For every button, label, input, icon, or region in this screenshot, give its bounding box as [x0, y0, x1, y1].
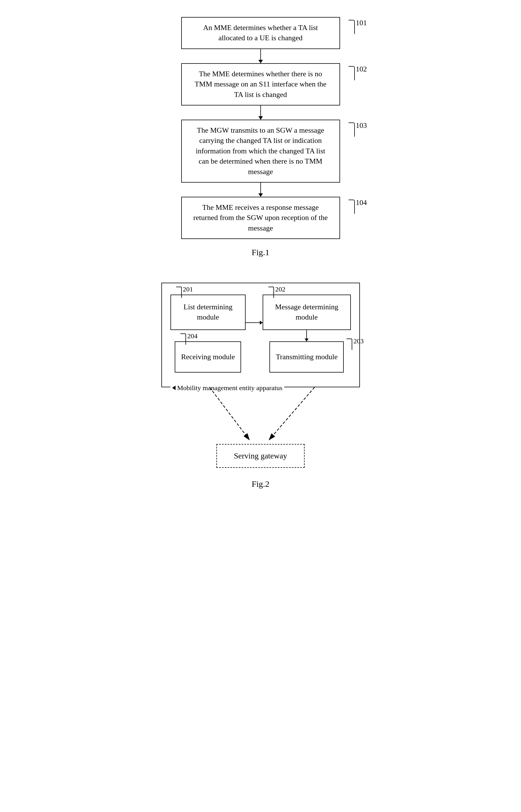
- step-103-label: 103: [348, 122, 367, 137]
- label-204: 204: [180, 333, 197, 345]
- label-203: 203: [346, 339, 364, 350]
- step-101-label: 101: [348, 20, 367, 34]
- transmitting-label: Transmitting module: [276, 352, 338, 362]
- sgw-label: Serving gateway: [234, 451, 287, 460]
- num-204: 204: [187, 332, 197, 340]
- step-102-label: 102: [348, 66, 367, 80]
- module-204-wrapper: 204 Receiving module: [175, 341, 241, 373]
- step-103-box: The MGW transmits to an SGW a message ca…: [181, 120, 340, 183]
- step-102-text: The MME determines whether there is no T…: [195, 70, 326, 99]
- step-102-box: The MME determines whether there is no T…: [181, 63, 340, 106]
- receiving-module: Receiving module: [175, 341, 241, 373]
- module-201-wrapper: 201 List determining module: [171, 295, 246, 330]
- sgw-box: Serving gateway: [217, 444, 304, 468]
- left-dashed-arrow: [210, 387, 249, 440]
- right-dashed-arrow: [269, 387, 315, 440]
- step-101-num: 101: [356, 19, 367, 27]
- step-102-num: 102: [356, 65, 367, 73]
- fig2-container: 201 List determining module 204: [133, 283, 388, 503]
- receiving-label: Receiving module: [181, 352, 235, 362]
- step-103: The MGW transmits to an SGW a message ca…: [181, 120, 340, 183]
- mme-apparatus: 201 List determining module 204: [161, 283, 360, 387]
- transmitting-module: Transmitting module: [269, 341, 344, 373]
- label-202: 202: [268, 287, 285, 298]
- sgw-box-wrapper: Serving gateway: [217, 444, 304, 468]
- arrow-102-103: [260, 106, 261, 120]
- fig1-container: An MME determines whether a TA list allo…: [133, 17, 388, 271]
- step-104-num: 104: [356, 199, 367, 207]
- num-201: 201: [183, 285, 193, 293]
- step-102: The MME determines whether there is no T…: [181, 63, 340, 106]
- step-101: An MME determines whether a TA list allo…: [181, 17, 340, 49]
- step-104: The MME receives a response message retu…: [181, 197, 340, 239]
- module-203-wrapper: 203 Transmitting module: [269, 341, 344, 373]
- list-determining-label: List determining module: [177, 302, 240, 323]
- arrow-103-104: [260, 183, 261, 197]
- module-202-wrapper: 202 Message determining module: [263, 295, 350, 330]
- num-203: 203: [354, 338, 364, 345]
- num-202: 202: [275, 285, 285, 293]
- step-104-box: The MME receives a response message retu…: [181, 197, 340, 239]
- label-201: 201: [176, 287, 193, 298]
- message-determining-label: Message determining module: [269, 302, 344, 323]
- message-determining-module: Message determining module: [263, 295, 350, 330]
- connector-svg: [161, 387, 360, 444]
- list-determining-module: List determining module: [171, 295, 246, 330]
- diagram-container: An MME determines whether a TA list allo…: [133, 17, 388, 514]
- step-104-text: The MME receives a response message retu…: [194, 203, 328, 232]
- step-104-label: 104: [348, 200, 367, 214]
- step-101-text: An MME determines whether a TA list allo…: [203, 24, 318, 42]
- step-103-text: The MGW transmits to an SGW a message ca…: [196, 126, 325, 176]
- fig1-caption: Fig.1: [252, 248, 269, 257]
- arrow-101-102: [260, 49, 261, 63]
- step-101-box: An MME determines whether a TA list allo…: [181, 17, 340, 49]
- dashed-connectors: [161, 387, 360, 444]
- fig2-caption: Fig.2: [252, 479, 269, 489]
- step-103-num: 103: [356, 121, 367, 130]
